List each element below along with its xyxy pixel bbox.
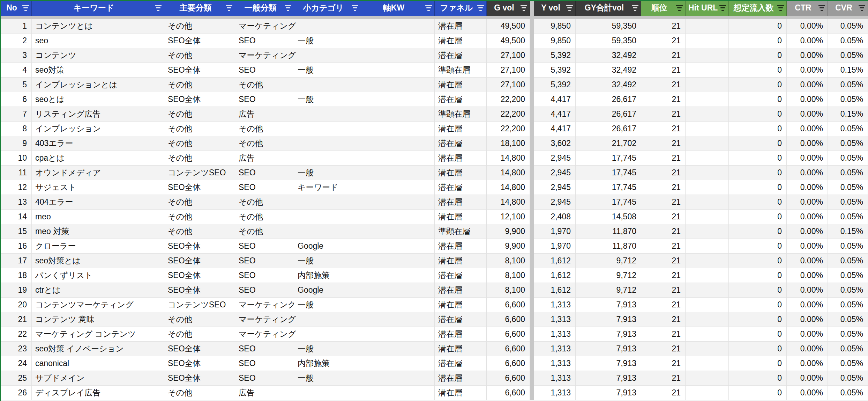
cell-no[interactable]: 14 <box>0 210 32 224</box>
cell-rank[interactable]: 21 <box>641 63 686 78</box>
frozen-column-divider[interactable] <box>530 210 534 224</box>
cell-main_category[interactable]: SEO全体 <box>164 92 235 107</box>
cell-y_vol[interactable]: 1,313 <box>534 371 576 386</box>
cell-hit_url[interactable] <box>686 195 729 210</box>
cell-axis_kw[interactable] <box>361 136 435 151</box>
cell-no[interactable]: 13 <box>0 195 32 210</box>
cell-estimated_inflow[interactable]: 0 <box>729 224 787 239</box>
cell-funnel[interactable]: 潜在層 <box>435 180 487 195</box>
frozen-column-divider[interactable] <box>530 180 534 195</box>
filter-icon[interactable] <box>284 5 292 11</box>
cell-no[interactable]: 10 <box>0 151 32 166</box>
cell-rank[interactable]: 21 <box>641 78 686 92</box>
cell-rank[interactable]: 21 <box>641 92 686 107</box>
frozen-column-divider[interactable] <box>530 19 534 34</box>
cell-axis_kw[interactable] <box>361 78 435 92</box>
cell-sub_category[interactable] <box>294 122 361 136</box>
cell-main_category[interactable]: SEO全体 <box>164 254 235 268</box>
cell-estimated_inflow[interactable]: 0 <box>729 239 787 254</box>
filter-icon[interactable] <box>424 5 433 11</box>
column-header-no[interactable]: No <box>0 0 32 16</box>
cell-funnel[interactable]: 潜在層 <box>435 327 487 342</box>
cell-main_category[interactable]: コンテンツSEO <box>164 298 235 312</box>
cell-general_category[interactable]: SEO <box>235 356 294 371</box>
cell-estimated_inflow[interactable]: 0 <box>729 386 787 400</box>
frozen-column-divider[interactable] <box>530 342 534 356</box>
cell-sub_category[interactable]: 一般 <box>294 34 361 48</box>
cell-g_vol[interactable]: 22,200 <box>487 92 530 107</box>
filter-icon[interactable] <box>776 5 785 11</box>
cell-main_category[interactable]: SEO全体 <box>164 268 235 283</box>
filter-icon[interactable] <box>565 5 574 11</box>
cell-estimated_inflow[interactable]: 0 <box>729 151 787 166</box>
cell-axis_kw[interactable] <box>361 239 435 254</box>
column-header-rank[interactable]: 順位 <box>641 0 686 16</box>
cell-gy_total_vol[interactable]: 32,492 <box>576 63 641 78</box>
cell-keyword[interactable]: パンくずリスト <box>32 268 164 283</box>
cell-hit_url[interactable] <box>686 34 729 48</box>
cell-keyword[interactable]: canonical <box>32 356 164 371</box>
cell-main_category[interactable]: その他 <box>164 107 235 122</box>
cell-main_category[interactable]: その他 <box>164 195 235 210</box>
cell-funnel[interactable]: 潜在層 <box>435 78 487 92</box>
cell-sub_category[interactable] <box>294 48 361 63</box>
cell-ctr[interactable]: 0.00% <box>787 63 828 78</box>
filter-icon[interactable] <box>519 5 528 11</box>
cell-main_category[interactable]: その他 <box>164 312 235 327</box>
cell-g_vol[interactable]: 6,600 <box>487 371 530 386</box>
cell-ctr[interactable]: 0.00% <box>787 151 828 166</box>
cell-cvr[interactable]: 0.05% <box>828 312 868 327</box>
filter-icon[interactable] <box>675 5 683 11</box>
cell-ctr[interactable]: 0.00% <box>787 107 828 122</box>
cell-no[interactable]: 1 <box>0 19 32 34</box>
cell-axis_kw[interactable] <box>361 312 435 327</box>
cell-main_category[interactable]: その他 <box>164 136 235 151</box>
frozen-column-divider[interactable] <box>530 224 534 239</box>
cell-hit_url[interactable] <box>686 180 729 195</box>
cell-axis_kw[interactable] <box>361 327 435 342</box>
cell-funnel[interactable]: 潜在層 <box>435 254 487 268</box>
cell-general_category[interactable]: SEO <box>235 239 294 254</box>
cell-rank[interactable]: 21 <box>641 210 686 224</box>
cell-cvr[interactable]: 0.05% <box>828 342 868 356</box>
cell-cvr[interactable]: 0.05% <box>828 151 868 166</box>
cell-gy_total_vol[interactable]: 32,492 <box>576 48 641 63</box>
column-header-main_category[interactable]: 主要分類 <box>164 0 235 16</box>
frozen-column-divider[interactable] <box>530 34 534 48</box>
cell-no[interactable]: 4 <box>0 63 32 78</box>
cell-g_vol[interactable]: 6,600 <box>487 327 530 342</box>
cell-cvr[interactable]: 0.05% <box>828 48 868 63</box>
filter-icon[interactable] <box>631 5 639 11</box>
cell-hit_url[interactable] <box>686 312 729 327</box>
cell-keyword[interactable]: seoとは <box>32 92 164 107</box>
column-header-axis_kw[interactable]: 軸KW <box>361 0 435 16</box>
cell-ctr[interactable]: 0.00% <box>787 224 828 239</box>
cell-gy_total_vol[interactable]: 7,913 <box>576 327 641 342</box>
cell-hit_url[interactable] <box>686 19 729 34</box>
cell-y_vol[interactable]: 1,313 <box>534 342 576 356</box>
cell-estimated_inflow[interactable]: 0 <box>729 63 787 78</box>
cell-y_vol[interactable]: 1,313 <box>534 356 576 371</box>
cell-gy_total_vol[interactable]: 7,913 <box>576 386 641 400</box>
cell-sub_category[interactable]: 一般 <box>294 371 361 386</box>
cell-funnel[interactable]: 潜在層 <box>435 298 487 312</box>
cell-gy_total_vol[interactable]: 17,745 <box>576 195 641 210</box>
cell-sub_category[interactable] <box>294 195 361 210</box>
cell-y_vol[interactable]: 5,392 <box>534 63 576 78</box>
cell-general_category[interactable]: SEO <box>235 283 294 298</box>
cell-g_vol[interactable]: 49,500 <box>487 34 530 48</box>
cell-axis_kw[interactable] <box>361 122 435 136</box>
cell-ctr[interactable]: 0.00% <box>787 136 828 151</box>
cell-ctr[interactable]: 0.00% <box>787 239 828 254</box>
cell-hit_url[interactable] <box>686 283 729 298</box>
cell-ctr[interactable]: 0.00% <box>787 283 828 298</box>
cell-g_vol[interactable]: 49,500 <box>487 19 530 34</box>
cell-main_category[interactable]: その他 <box>164 151 235 166</box>
cell-rank[interactable]: 21 <box>641 166 686 180</box>
cell-hit_url[interactable] <box>686 48 729 63</box>
filter-icon[interactable] <box>225 5 233 11</box>
cell-keyword[interactable]: seo対策とは <box>32 254 164 268</box>
cell-funnel[interactable]: 潜在層 <box>435 136 487 151</box>
cell-sub_category[interactable]: 一般 <box>294 254 361 268</box>
cell-cvr[interactable]: 0.05% <box>828 166 868 180</box>
